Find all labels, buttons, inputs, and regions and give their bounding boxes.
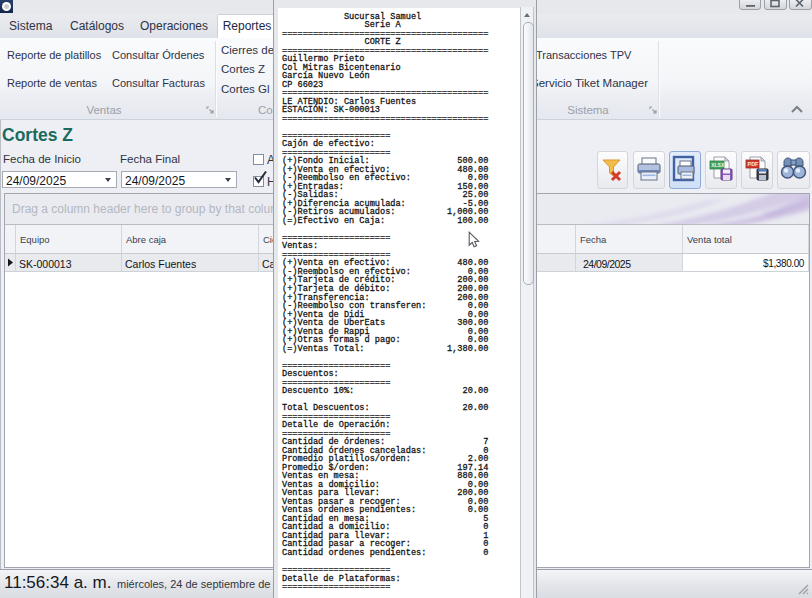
svg-text:PDF: PDF xyxy=(747,161,758,167)
svg-text:XLSX: XLSX xyxy=(711,162,725,168)
